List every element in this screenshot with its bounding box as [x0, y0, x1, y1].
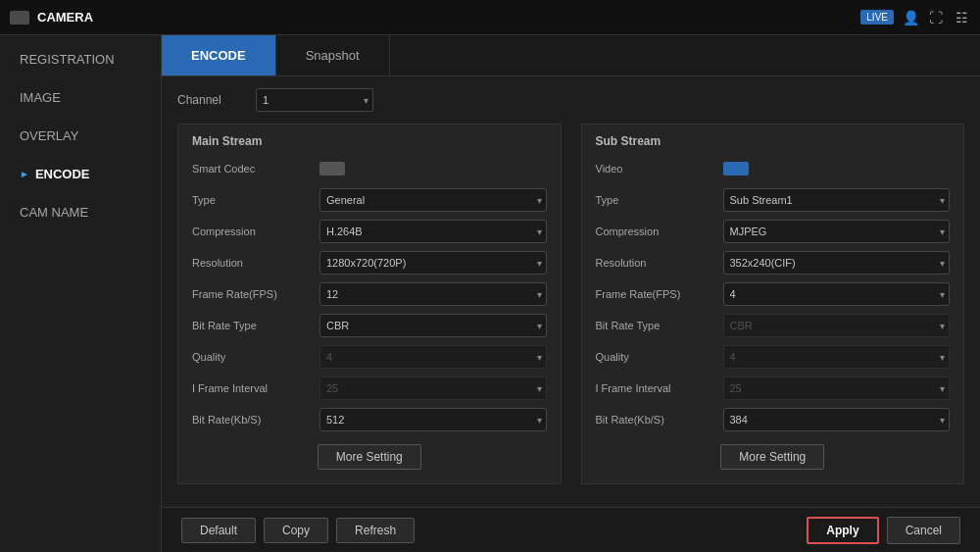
copy-button[interactable]: Copy — [264, 518, 328, 543]
main-bitratetype-label: Bit Rate Type — [192, 320, 319, 331]
channel-select[interactable]: 1 — [256, 88, 373, 112]
stream-columns: Main Stream Smart Codec Type General — [177, 124, 964, 484]
screen-icon[interactable]: ⛶ — [927, 9, 945, 26]
main-framerate-wrapper: 12 — [319, 282, 547, 306]
main-resolution-wrapper: 1280x720(720P) — [319, 251, 547, 275]
sub-video-label: Video — [596, 163, 723, 175]
live-badge: LIVE — [860, 10, 894, 25]
sidebar-item-encode[interactable]: ► ENCODE — [0, 155, 161, 193]
main-resolution-label: Resolution — [192, 257, 319, 269]
sidebar-item-registration[interactable]: REGISTRATION — [0, 40, 161, 78]
sub-resolution-select[interactable]: 352x240(CIF) — [723, 251, 951, 275]
refresh-button[interactable]: Refresh — [336, 518, 415, 543]
sub-bitratetype-select[interactable]: CBR — [723, 314, 951, 337]
sub-bitrate-select[interactable]: 384 — [723, 408, 951, 431]
arrow-icon: ► — [20, 169, 29, 179]
footer-right: Apply Cancel — [807, 517, 960, 544]
main-quality-select[interactable]: 4 — [319, 345, 547, 369]
main-stream-title: Main Stream — [192, 134, 547, 148]
user-icon[interactable]: 👤 — [902, 9, 919, 26]
main-compression-select[interactable]: H.264B — [319, 220, 547, 243]
main-bitrate-wrapper: 512 — [319, 408, 547, 431]
smart-codec-toggle[interactable] — [319, 162, 345, 176]
main-resolution-select[interactable]: 1280x720(720P) — [319, 251, 547, 275]
main-bitrate-label: Bit Rate(Kb/S) — [192, 414, 319, 426]
main-type-row: Type General — [192, 187, 547, 213]
content-area: ENCODE Snapshot Channel 1 Mai — [162, 35, 980, 552]
sub-iframe-wrapper: 25 — [723, 376, 951, 400]
main-iframe-select[interactable]: 25 — [319, 376, 547, 400]
main-stream-panel: Main Stream Smart Codec Type General — [177, 124, 562, 484]
sub-quality-label: Quality — [596, 351, 723, 363]
sub-quality-wrapper: 4 — [723, 345, 951, 369]
sub-framerate-select[interactable]: 4 — [723, 282, 951, 306]
main-bitrate-row: Bit Rate(Kb/S) 512 — [192, 407, 547, 432]
sub-compression-label: Compression — [596, 226, 723, 237]
main-type-select[interactable]: General — [319, 188, 547, 212]
sub-iframe-select[interactable]: 25 — [723, 376, 951, 400]
sub-quality-row: Quality 4 — [596, 344, 951, 370]
sidebar-item-overlay[interactable]: OVERLAY — [0, 117, 161, 155]
sub-bitratetype-row: Bit Rate Type CBR — [596, 313, 951, 338]
main-bitrate-select[interactable]: 512 — [319, 408, 547, 431]
sidebar-item-image[interactable]: IMAGE — [0, 78, 161, 117]
sub-framerate-label: Frame Rate(FPS) — [596, 288, 723, 300]
main-bitratetype-select[interactable]: CBR — [319, 314, 547, 337]
footer: Default Copy Refresh Apply Cancel — [162, 507, 980, 552]
camera-icon — [10, 11, 29, 25]
sub-resolution-wrapper: 352x240(CIF) — [723, 251, 951, 275]
grid-icon[interactable]: ☷ — [953, 9, 970, 26]
footer-left: Default Copy Refresh — [181, 518, 415, 543]
cancel-button[interactable]: Cancel — [887, 517, 960, 544]
tab-snapshot[interactable]: Snapshot — [276, 35, 390, 75]
main-more-setting-button[interactable]: More Setting — [318, 444, 421, 470]
sidebar-item-cam-name[interactable]: CAM NAME — [0, 193, 161, 231]
default-button[interactable]: Default — [181, 518, 256, 543]
sub-type-row: Type Sub Stream1 — [596, 187, 951, 213]
channel-label: Channel — [177, 93, 256, 107]
main-more-setting-row: More Setting — [192, 444, 547, 470]
main-compression-wrapper: H.264B — [319, 220, 547, 243]
smart-codec-row: Smart Codec — [192, 156, 547, 181]
toggle-on-icon — [723, 162, 749, 176]
main-quality-row: Quality 4 — [192, 344, 547, 370]
sub-framerate-wrapper: 4 — [723, 282, 951, 306]
svg-marker-1 — [25, 13, 29, 23]
main-layout: REGISTRATION IMAGE OVERLAY ► ENCODE CAM … — [0, 35, 980, 552]
svg-rect-0 — [10, 12, 25, 24]
apply-button[interactable]: Apply — [807, 517, 878, 544]
sidebar-label-image: IMAGE — [20, 90, 61, 105]
toggle-off-icon — [319, 162, 345, 176]
main-quality-label: Quality — [192, 351, 319, 363]
sidebar-label-encode: ENCODE — [35, 167, 90, 181]
sub-bitrate-label: Bit Rate(Kb/S) — [596, 414, 723, 426]
sub-more-setting-button[interactable]: More Setting — [720, 444, 824, 470]
main-type-label: Type — [192, 194, 319, 206]
main-framerate-label: Frame Rate(FPS) — [192, 288, 319, 300]
sub-more-setting-row: More Setting — [596, 444, 951, 470]
sub-bitrate-wrapper: 384 — [723, 408, 951, 431]
main-resolution-row: Resolution 1280x720(720P) — [192, 250, 547, 276]
sub-bitratetype-wrapper: CBR — [723, 314, 951, 337]
sub-video-toggle[interactable] — [723, 162, 749, 176]
sub-bitrate-row: Bit Rate(Kb/S) 384 — [596, 407, 951, 432]
sub-quality-select[interactable]: 4 — [723, 345, 951, 369]
sub-type-wrapper: Sub Stream1 — [723, 188, 951, 212]
sub-compression-wrapper: MJPEG — [723, 220, 951, 243]
sub-type-select[interactable]: Sub Stream1 — [723, 188, 951, 212]
sub-iframe-label: I Frame Interval — [596, 382, 723, 394]
main-framerate-row: Frame Rate(FPS) 12 — [192, 281, 547, 307]
tab-encode[interactable]: ENCODE — [162, 35, 276, 75]
sub-stream-title: Sub Stream — [596, 134, 951, 148]
smart-codec-label: Smart Codec — [192, 163, 319, 175]
main-compression-label: Compression — [192, 226, 319, 237]
sub-iframe-row: I Frame Interval 25 — [596, 376, 951, 401]
main-quality-wrapper: 4 — [319, 345, 547, 369]
sidebar-label-registration: REGISTRATION — [20, 52, 115, 67]
sub-video-row: Video — [596, 156, 951, 181]
header-left: CAMERA — [10, 10, 93, 25]
sub-compression-select[interactable]: MJPEG — [723, 220, 951, 243]
header: CAMERA LIVE 👤 ⛶ ☷ — [0, 0, 980, 35]
sub-resolution-label: Resolution — [596, 257, 723, 269]
main-framerate-select[interactable]: 12 — [319, 282, 547, 306]
